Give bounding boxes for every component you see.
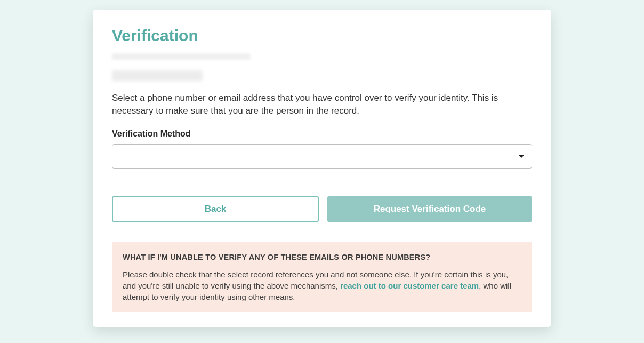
button-row: Back Request Verification Code bbox=[112, 196, 532, 222]
customer-care-link[interactable]: reach out to our customer care team bbox=[340, 281, 479, 290]
instructions-text: Select a phone number or email address t… bbox=[112, 92, 532, 117]
verification-method-label: Verification Method bbox=[112, 129, 532, 139]
verification-method-select-wrapper bbox=[112, 144, 532, 169]
help-box-body: Please double check that the select reco… bbox=[123, 269, 521, 302]
page-title: Verification bbox=[112, 27, 532, 45]
verification-method-select[interactable] bbox=[112, 144, 532, 169]
verification-card: Verification Select a phone number or em… bbox=[93, 10, 551, 327]
request-verification-code-button[interactable]: Request Verification Code bbox=[327, 196, 532, 222]
back-button[interactable]: Back bbox=[112, 196, 319, 222]
help-box-title: WHAT IF I'M UNABLE TO VERIFY ANY OF THES… bbox=[123, 253, 521, 261]
redacted-subtitle bbox=[112, 53, 251, 60]
redacted-name bbox=[112, 70, 203, 81]
help-box: WHAT IF I'M UNABLE TO VERIFY ANY OF THES… bbox=[112, 242, 532, 312]
